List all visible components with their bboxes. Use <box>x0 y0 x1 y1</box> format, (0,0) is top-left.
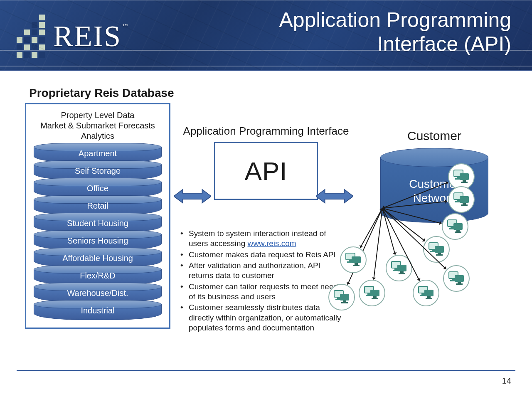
svg-rect-53 <box>455 275 464 282</box>
slide: REIS™ Application Programming Interface … <box>0 0 532 399</box>
svg-rect-37 <box>372 298 378 299</box>
svg-rect-29 <box>397 265 406 271</box>
svg-rect-59 <box>352 256 361 263</box>
svg-rect-27 <box>394 268 398 270</box>
svg-rect-31 <box>399 273 405 274</box>
svg-rect-5 <box>460 173 469 180</box>
svg-rect-13 <box>461 204 468 206</box>
svg-rect-17 <box>453 223 463 230</box>
client-network <box>0 0 507 387</box>
svg-rect-48 <box>427 296 431 298</box>
svg-rect-49 <box>426 298 432 299</box>
svg-rect-18 <box>456 230 460 232</box>
client-node <box>340 246 367 273</box>
network-spoke-icon <box>373 208 383 279</box>
client-node <box>413 280 439 306</box>
svg-rect-42 <box>343 300 346 302</box>
svg-rect-9 <box>457 200 460 201</box>
svg-rect-19 <box>455 232 461 233</box>
svg-rect-23 <box>435 246 444 253</box>
client-node <box>448 186 475 213</box>
svg-rect-24 <box>438 253 441 254</box>
svg-rect-11 <box>460 196 469 203</box>
svg-rect-45 <box>421 293 425 295</box>
svg-rect-30 <box>400 271 404 273</box>
svg-rect-43 <box>341 302 348 303</box>
slide-body: Proprietary Reis Database Property Level… <box>0 71 532 329</box>
footer-rule <box>17 370 515 371</box>
svg-rect-6 <box>463 180 466 182</box>
page-number: 14 <box>502 376 511 386</box>
svg-rect-33 <box>367 293 371 295</box>
svg-rect-61 <box>353 265 360 266</box>
svg-rect-36 <box>373 296 377 298</box>
svg-rect-39 <box>337 297 340 299</box>
svg-rect-7 <box>461 182 468 183</box>
svg-rect-51 <box>452 278 455 280</box>
svg-rect-15 <box>451 227 454 228</box>
svg-rect-12 <box>463 203 466 204</box>
svg-rect-25 <box>436 254 443 256</box>
svg-rect-3 <box>457 177 460 178</box>
svg-rect-55 <box>456 283 463 285</box>
svg-rect-41 <box>340 294 349 300</box>
svg-rect-21 <box>432 249 435 251</box>
svg-rect-54 <box>458 282 461 283</box>
svg-rect-60 <box>355 263 358 265</box>
svg-rect-57 <box>349 260 352 261</box>
svg-rect-35 <box>370 290 379 296</box>
client-node <box>328 284 355 310</box>
client-node <box>359 280 385 306</box>
svg-rect-47 <box>424 290 433 296</box>
